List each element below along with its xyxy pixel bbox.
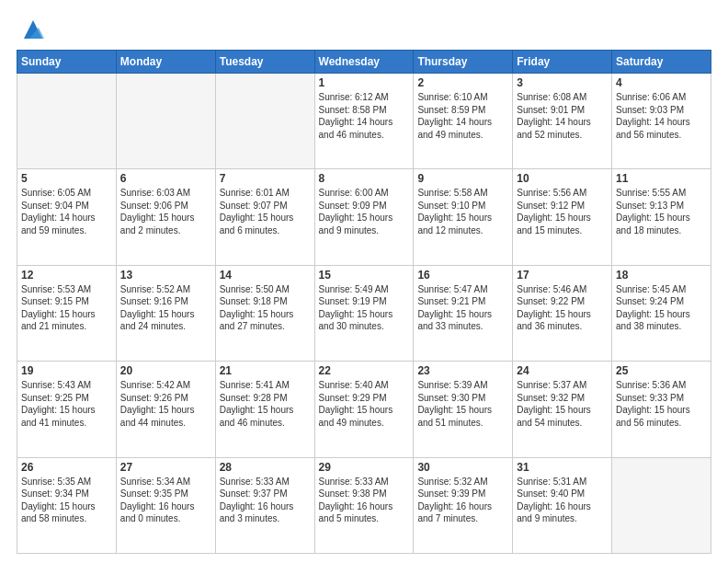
day-info: Sunrise: 5:47 AM Sunset: 9:21 PM Dayligh… <box>417 283 508 333</box>
day-number: 11 <box>616 172 707 185</box>
day-info: Sunrise: 5:32 AM Sunset: 9:39 PM Dayligh… <box>417 476 508 525</box>
calendar-cell: 29Sunrise: 5:33 AM Sunset: 9:38 PM Dayli… <box>314 457 414 553</box>
day-number: 30 <box>417 461 508 474</box>
calendar-cell: 15Sunrise: 5:49 AM Sunset: 9:19 PM Dayli… <box>314 265 414 361</box>
day-info: Sunrise: 5:49 AM Sunset: 9:19 PM Dayligh… <box>319 283 410 333</box>
calendar-cell: 4Sunrise: 6:06 AM Sunset: 9:03 PM Daylig… <box>612 74 711 169</box>
day-number: 27 <box>120 461 211 474</box>
day-number: 18 <box>616 269 707 282</box>
day-number: 1 <box>319 76 410 89</box>
calendar-cell: 21Sunrise: 5:41 AM Sunset: 9:28 PM Dayli… <box>215 362 314 457</box>
day-number: 16 <box>417 269 508 282</box>
calendar-cell: 8Sunrise: 6:00 AM Sunset: 9:09 PM Daylig… <box>314 169 414 265</box>
calendar-cell: 22Sunrise: 5:40 AM Sunset: 9:29 PM Dayli… <box>314 362 414 457</box>
day-info: Sunrise: 6:12 AM Sunset: 8:58 PM Dayligh… <box>319 91 410 141</box>
day-info: Sunrise: 5:42 AM Sunset: 9:26 PM Dayligh… <box>120 379 211 429</box>
weekday-header-tuesday: Tuesday <box>215 51 314 74</box>
day-number: 8 <box>319 172 410 185</box>
logo-icon <box>20 17 46 42</box>
week-row-5: 26Sunrise: 5:35 AM Sunset: 9:34 PM Dayli… <box>17 457 711 553</box>
day-number: 20 <box>120 364 211 377</box>
calendar-cell: 5Sunrise: 6:05 AM Sunset: 9:04 PM Daylig… <box>17 169 117 265</box>
week-row-1: 1Sunrise: 6:12 AM Sunset: 8:58 PM Daylig… <box>17 74 711 169</box>
day-info: Sunrise: 5:39 AM Sunset: 9:30 PM Dayligh… <box>417 379 508 429</box>
calendar-cell <box>116 74 215 169</box>
day-number: 28 <box>220 461 311 474</box>
day-number: 15 <box>319 269 410 282</box>
week-row-2: 5Sunrise: 6:05 AM Sunset: 9:04 PM Daylig… <box>17 169 711 265</box>
calendar-cell: 14Sunrise: 5:50 AM Sunset: 9:18 PM Dayli… <box>215 265 314 361</box>
weekday-header-row: SundayMondayTuesdayWednesdayThursdayFrid… <box>17 51 711 74</box>
day-number: 5 <box>21 172 112 185</box>
calendar-cell: 24Sunrise: 5:37 AM Sunset: 9:32 PM Dayli… <box>513 362 612 457</box>
weekday-header-wednesday: Wednesday <box>314 51 414 74</box>
weekday-header-sunday: Sunday <box>17 51 117 74</box>
day-info: Sunrise: 5:56 AM Sunset: 9:12 PM Dayligh… <box>517 187 608 236</box>
day-number: 23 <box>417 364 508 377</box>
day-number: 2 <box>417 76 508 89</box>
day-info: Sunrise: 5:41 AM Sunset: 9:28 PM Dayligh… <box>220 379 311 429</box>
calendar-cell: 18Sunrise: 5:45 AM Sunset: 9:24 PM Dayli… <box>612 265 711 361</box>
day-number: 10 <box>517 172 608 185</box>
day-number: 26 <box>21 461 112 474</box>
day-info: Sunrise: 5:31 AM Sunset: 9:40 PM Dayligh… <box>517 476 608 525</box>
day-info: Sunrise: 6:06 AM Sunset: 9:03 PM Dayligh… <box>616 91 707 141</box>
calendar-cell: 13Sunrise: 5:52 AM Sunset: 9:16 PM Dayli… <box>116 265 215 361</box>
calendar-cell: 19Sunrise: 5:43 AM Sunset: 9:25 PM Dayli… <box>17 362 117 457</box>
calendar-cell: 25Sunrise: 5:36 AM Sunset: 9:33 PM Dayli… <box>612 362 711 457</box>
calendar-cell: 23Sunrise: 5:39 AM Sunset: 9:30 PM Dayli… <box>414 362 513 457</box>
calendar-cell: 6Sunrise: 6:03 AM Sunset: 9:06 PM Daylig… <box>116 169 215 265</box>
day-number: 3 <box>517 76 608 89</box>
weekday-header-monday: Monday <box>116 51 215 74</box>
weekday-header-thursday: Thursday <box>414 51 513 74</box>
calendar-cell: 9Sunrise: 5:58 AM Sunset: 9:10 PM Daylig… <box>414 169 513 265</box>
day-info: Sunrise: 5:46 AM Sunset: 9:22 PM Dayligh… <box>517 283 608 333</box>
calendar-cell: 26Sunrise: 5:35 AM Sunset: 9:34 PM Dayli… <box>17 457 117 553</box>
calendar-cell: 16Sunrise: 5:47 AM Sunset: 9:21 PM Dayli… <box>414 265 513 361</box>
calendar-cell: 3Sunrise: 6:08 AM Sunset: 9:01 PM Daylig… <box>513 74 612 169</box>
day-info: Sunrise: 5:33 AM Sunset: 9:38 PM Dayligh… <box>319 476 410 525</box>
day-info: Sunrise: 5:50 AM Sunset: 9:18 PM Dayligh… <box>220 283 311 333</box>
day-info: Sunrise: 5:34 AM Sunset: 9:35 PM Dayligh… <box>120 476 211 525</box>
day-number: 17 <box>517 269 608 282</box>
calendar-cell: 10Sunrise: 5:56 AM Sunset: 9:12 PM Dayli… <box>513 169 612 265</box>
day-info: Sunrise: 5:43 AM Sunset: 9:25 PM Dayligh… <box>21 379 112 429</box>
header <box>17 17 711 42</box>
day-number: 22 <box>319 364 410 377</box>
calendar-cell: 12Sunrise: 5:53 AM Sunset: 9:15 PM Dayli… <box>17 265 117 361</box>
day-number: 9 <box>417 172 508 185</box>
day-info: Sunrise: 5:55 AM Sunset: 9:13 PM Dayligh… <box>616 187 707 236</box>
day-number: 19 <box>21 364 112 377</box>
day-number: 6 <box>120 172 211 185</box>
day-info: Sunrise: 5:33 AM Sunset: 9:37 PM Dayligh… <box>220 476 311 525</box>
day-number: 24 <box>517 364 608 377</box>
day-info: Sunrise: 5:37 AM Sunset: 9:32 PM Dayligh… <box>517 379 608 429</box>
calendar: SundayMondayTuesdayWednesdayThursdayFrid… <box>17 50 711 554</box>
day-info: Sunrise: 6:03 AM Sunset: 9:06 PM Dayligh… <box>120 187 211 236</box>
day-info: Sunrise: 5:35 AM Sunset: 9:34 PM Dayligh… <box>21 476 112 525</box>
calendar-cell: 7Sunrise: 6:01 AM Sunset: 9:07 PM Daylig… <box>215 169 314 265</box>
calendar-cell: 20Sunrise: 5:42 AM Sunset: 9:26 PM Dayli… <box>116 362 215 457</box>
day-number: 12 <box>21 269 112 282</box>
weekday-header-saturday: Saturday <box>612 51 711 74</box>
calendar-cell <box>612 457 711 553</box>
day-info: Sunrise: 6:05 AM Sunset: 9:04 PM Dayligh… <box>21 187 112 236</box>
week-row-3: 12Sunrise: 5:53 AM Sunset: 9:15 PM Dayli… <box>17 265 711 361</box>
day-info: Sunrise: 6:01 AM Sunset: 9:07 PM Dayligh… <box>220 187 311 236</box>
day-number: 21 <box>220 364 311 377</box>
day-number: 31 <box>517 461 608 474</box>
day-number: 29 <box>319 461 410 474</box>
day-info: Sunrise: 6:08 AM Sunset: 9:01 PM Dayligh… <box>517 91 608 141</box>
logo <box>17 17 46 42</box>
calendar-cell: 27Sunrise: 5:34 AM Sunset: 9:35 PM Dayli… <box>116 457 215 553</box>
day-info: Sunrise: 5:40 AM Sunset: 9:29 PM Dayligh… <box>319 379 410 429</box>
week-row-4: 19Sunrise: 5:43 AM Sunset: 9:25 PM Dayli… <box>17 362 711 457</box>
weekday-header-friday: Friday <box>513 51 612 74</box>
day-info: Sunrise: 5:45 AM Sunset: 9:24 PM Dayligh… <box>616 283 707 333</box>
calendar-cell <box>17 74 117 169</box>
day-info: Sunrise: 5:53 AM Sunset: 9:15 PM Dayligh… <box>21 283 112 333</box>
calendar-cell <box>215 74 314 169</box>
calendar-cell: 17Sunrise: 5:46 AM Sunset: 9:22 PM Dayli… <box>513 265 612 361</box>
day-info: Sunrise: 6:00 AM Sunset: 9:09 PM Dayligh… <box>319 187 410 236</box>
day-info: Sunrise: 5:52 AM Sunset: 9:16 PM Dayligh… <box>120 283 211 333</box>
